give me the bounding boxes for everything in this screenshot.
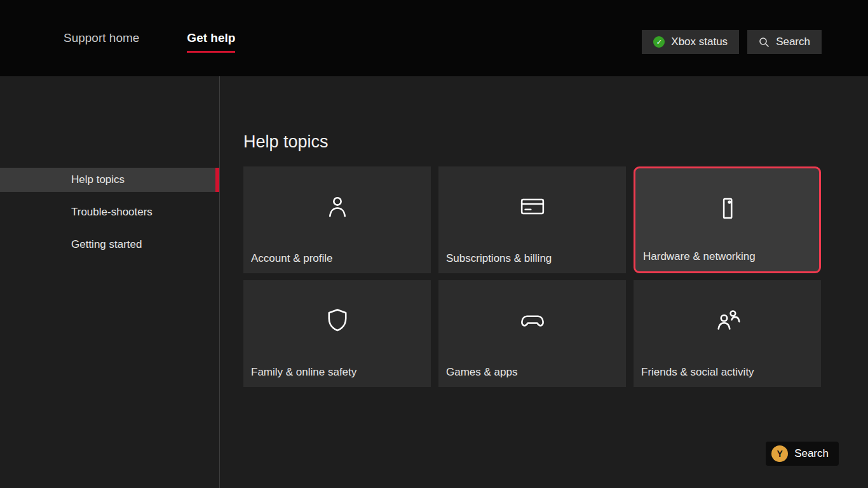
card-account-profile[interactable]: Account & profile xyxy=(243,166,431,273)
y-button-icon: Y xyxy=(771,445,788,462)
gamepad-search-hint[interactable]: Y Search xyxy=(766,442,839,466)
card-label: Subscriptions & billing xyxy=(446,252,552,265)
card-friends-social[interactable]: Friends & social activity xyxy=(634,280,821,387)
sidebar-item-trouble-shooters[interactable]: Trouble-shooters xyxy=(0,200,219,224)
person-icon xyxy=(322,191,353,222)
console-icon xyxy=(712,193,743,224)
sidebar: Help topics Trouble-shooters Getting sta… xyxy=(0,76,220,488)
xbox-status-label: Xbox status xyxy=(671,36,728,48)
footer-search-label: Search xyxy=(794,447,829,460)
card-label: Friends & social activity xyxy=(641,366,754,379)
sidebar-item-help-topics[interactable]: Help topics xyxy=(0,168,219,192)
search-icon xyxy=(759,37,770,48)
tab-get-help[interactable]: Get help xyxy=(187,31,235,53)
credit-card-icon xyxy=(517,191,548,222)
sidebar-item-getting-started[interactable]: Getting started xyxy=(0,233,219,257)
page-title: Help topics xyxy=(243,132,329,152)
shield-icon xyxy=(322,305,353,336)
topbar-actions: ✓ Xbox status Search xyxy=(642,30,822,54)
card-family-online-safety[interactable]: Family & online safety xyxy=(243,280,431,387)
xbox-status-button[interactable]: ✓ Xbox status xyxy=(642,30,739,54)
card-label: Account & profile xyxy=(251,252,333,265)
help-topics-grid: Account & profile Subscriptions & billin… xyxy=(243,166,821,387)
sidebar-item-label: Trouble-shooters xyxy=(71,206,153,219)
friends-icon xyxy=(712,305,743,336)
card-label: Hardware & networking xyxy=(643,250,756,263)
card-hardware-networking[interactable]: Hardware & networking xyxy=(634,166,821,273)
controller-icon xyxy=(517,305,548,336)
sidebar-item-label: Help topics xyxy=(71,173,125,186)
search-label: Search xyxy=(776,36,810,48)
sidebar-item-label: Getting started xyxy=(71,238,142,251)
search-button[interactable]: Search xyxy=(747,30,822,54)
top-bar: Support home Get help ✓ Xbox status Sear… xyxy=(0,0,868,76)
status-check-icon: ✓ xyxy=(653,36,665,48)
card-label: Family & online safety xyxy=(251,366,356,379)
tab-support-home[interactable]: Support home xyxy=(64,31,139,53)
card-subscriptions-billing[interactable]: Subscriptions & billing xyxy=(438,166,626,273)
card-label: Games & apps xyxy=(446,366,517,379)
card-games-apps[interactable]: Games & apps xyxy=(438,280,626,387)
